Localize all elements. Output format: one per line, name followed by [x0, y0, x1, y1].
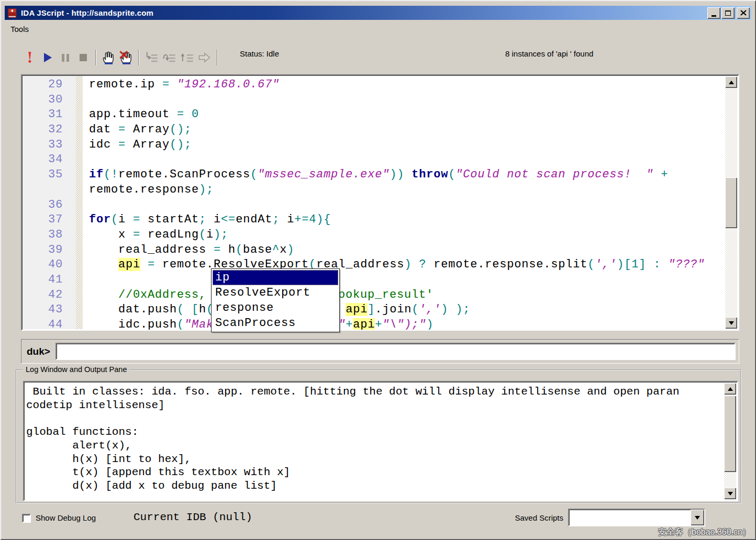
line-number: 44: [22, 318, 63, 331]
code-line: 41: [22, 273, 725, 288]
run-script-button[interactable]: !: [21, 49, 39, 66]
triangle-down-icon: [729, 321, 734, 325]
toolbar-separator: [138, 50, 139, 65]
line-number: 32: [22, 122, 63, 138]
scroll-up-button[interactable]: [724, 383, 736, 395]
combobox-dropdown-button[interactable]: [691, 510, 704, 525]
step-over-icon: [162, 50, 176, 65]
line-number: 42: [22, 288, 63, 303]
code-line: 42 //0xAddress, 0xRealAddress, 'lookup_r…: [22, 288, 725, 303]
autocomplete-item[interactable]: response: [213, 300, 338, 316]
editor-scrollbar[interactable]: [725, 76, 737, 329]
scrollbar-thumb[interactable]: [725, 177, 737, 228]
code-line: 32dat = Array();: [22, 122, 725, 138]
maximize-icon: [725, 10, 731, 16]
window-titlebar[interactable]: IDA JScript - http://sandsprite.com: [5, 6, 751, 20]
toolbar: !: [21, 47, 221, 68]
autocomplete-list[interactable]: ipResolveExportresponseScanProcess: [211, 268, 340, 332]
pause-button[interactable]: [57, 49, 74, 66]
line-number: 43: [22, 302, 63, 318]
code-line: remote.response);: [22, 183, 725, 198]
code-line: 29remote.ip = "192.168.0.67": [22, 77, 725, 93]
minimize-icon: [711, 15, 716, 17]
line-number: [22, 183, 63, 198]
line-number: 40: [22, 257, 63, 273]
hand-x-icon: [119, 50, 134, 65]
play-button[interactable]: [39, 49, 57, 66]
saved-scripts-value: [569, 510, 691, 525]
toggle-breakpoint-button[interactable]: [99, 49, 117, 66]
code-line: 34: [22, 152, 725, 167]
maximize-button[interactable]: [721, 7, 735, 19]
code-line: 44 idc.push("MakeName(0x"+i+", \""+api+"…: [22, 318, 725, 331]
line-number: 31: [22, 107, 63, 122]
saved-scripts-combobox[interactable]: [568, 509, 705, 526]
window-title: IDA JScript - http://sandsprite.com: [21, 8, 153, 17]
duk-prompt-label: duk>: [27, 346, 50, 357]
code-line: 33idc = Array();: [22, 138, 725, 153]
code-line: 39 real_address = h(base^x): [22, 243, 725, 258]
app-window: IDA JScript - http://sandsprite.com Tool…: [0, 0, 756, 540]
show-debug-log-label: Show Debug Log: [36, 513, 96, 522]
menu-tools[interactable]: Tools: [7, 24, 32, 35]
play-icon: [44, 53, 52, 62]
saved-scripts-label: Saved Scripts: [507, 513, 563, 522]
search-highlight: api: [118, 258, 140, 271]
step-out-button[interactable]: [178, 49, 196, 66]
autocomplete-item[interactable]: ip: [213, 270, 338, 285]
scroll-down-button[interactable]: [725, 317, 737, 329]
autocomplete-item[interactable]: ScanProcess: [213, 316, 338, 331]
triangle-up-icon: [729, 81, 734, 84]
code-rows: 29remote.ip = "192.168.0.67"3031app.time…: [22, 77, 725, 331]
arrow-right-icon: [197, 50, 212, 65]
search-highlight: api: [353, 318, 375, 331]
scrollbar-thumb[interactable]: [724, 396, 736, 472]
log-output-area[interactable]: Built in classes: ida. fso. app. remote.…: [23, 381, 738, 501]
code-line: 30: [22, 93, 725, 108]
autocomplete-item[interactable]: ResolveExport: [213, 285, 338, 300]
line-number: 35: [22, 167, 63, 183]
log-scrollbar[interactable]: [724, 383, 736, 499]
line-number: 41: [22, 273, 63, 288]
line-number: 34: [22, 152, 63, 167]
clear-breakpoints-button[interactable]: [117, 49, 135, 66]
toolbar-separator: [95, 50, 96, 65]
watermark: 安全客（bobao.360.cn）: [658, 527, 751, 538]
close-icon: [740, 10, 747, 16]
log-groupbox-legend: Log Window and Output Pane: [23, 365, 129, 374]
triangle-up-icon: [728, 387, 733, 391]
search-highlight: api: [346, 303, 368, 316]
minimize-button[interactable]: [707, 7, 720, 19]
triangle-down-icon: [728, 492, 733, 496]
run-to-cursor-button[interactable]: [196, 49, 214, 66]
step-over-button[interactable]: [160, 49, 178, 66]
line-number: 29: [22, 77, 63, 93]
scroll-up-button[interactable]: [725, 76, 737, 88]
line-number: 38: [22, 228, 63, 243]
code-line: 38 x = readLng(i);: [22, 228, 725, 243]
command-input[interactable]: [55, 343, 736, 360]
chevron-down-icon: [695, 516, 700, 520]
close-button[interactable]: [737, 7, 750, 19]
exclamation-icon: !: [27, 51, 33, 65]
step-out-icon: [180, 50, 194, 65]
search-result-text: 8 instances of 'api ' found: [505, 49, 593, 58]
line-number: 39: [22, 243, 63, 258]
line-number: 30: [22, 93, 63, 108]
code-line: 43 dat.push( [h(i), real_address, api].j…: [22, 302, 725, 318]
show-debug-log-checkbox[interactable]: [22, 514, 31, 523]
menu-bar: Tools: [7, 24, 32, 35]
step-into-button[interactable]: [142, 49, 160, 66]
code-line: 35if(!remote.ScanProcess("mssec_sample.e…: [22, 167, 725, 183]
scroll-down-button[interactable]: [724, 488, 736, 499]
current-idb-text: Current IDB (null): [134, 511, 252, 523]
code-editor[interactable]: 29remote.ip = "192.168.0.67"3031app.time…: [21, 74, 739, 331]
log-text: Built in classes: ida. fso. app. remote.…: [26, 385, 721, 493]
code-line: 37for(i = startAt; i<=endAt; i+=4){: [22, 212, 725, 228]
code-line: 36: [22, 198, 725, 213]
stop-icon: [80, 54, 87, 61]
stop-button[interactable]: [74, 49, 92, 66]
line-number: 37: [22, 212, 63, 228]
step-into-icon: [144, 50, 159, 65]
hand-icon: [101, 50, 116, 65]
